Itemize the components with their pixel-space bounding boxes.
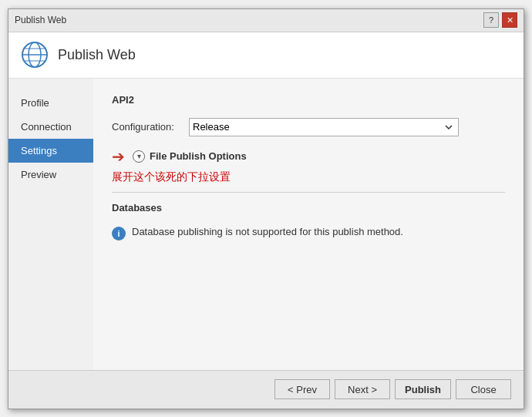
close-button[interactable]: ✕ — [502, 12, 517, 28]
close-dialog-button[interactable]: Close — [456, 379, 511, 399]
sidebar: Profile Connection Settings Preview — [8, 79, 93, 370]
arrow-icon: ➔ — [112, 147, 125, 166]
file-publish-row: ➔ ▾ File Publish Options — [112, 147, 505, 166]
header-title: Publish Web — [58, 47, 136, 63]
config-select[interactable]: Release Debug — [189, 118, 459, 136]
info-icon: i — [112, 227, 126, 240]
databases-title: Databases — [112, 202, 505, 214]
publish-web-dialog: Publish Web ? ✕ Publish Web Profile Conn… — [8, 8, 524, 409]
info-text: Database publishing is not supported for… — [132, 226, 403, 237]
info-row: i Database publishing is not supported f… — [112, 223, 505, 244]
divider — [112, 192, 505, 193]
sidebar-item-connection[interactable]: Connection — [8, 115, 93, 139]
section-title: API2 — [112, 94, 505, 106]
help-button[interactable]: ? — [483, 12, 499, 28]
header-area: Publish Web — [8, 32, 524, 79]
sidebar-item-preview[interactable]: Preview — [8, 163, 93, 187]
publish-button[interactable]: Publish — [395, 379, 451, 399]
dialog-title: Publish Web — [15, 15, 66, 25]
annotation-text: 展开这个该死的下拉设置 — [112, 170, 505, 184]
next-button[interactable]: Next > — [335, 379, 390, 399]
globe-icon — [21, 41, 49, 69]
content-area: Profile Connection Settings Preview API2… — [8, 79, 524, 370]
prev-button[interactable]: < Prev — [274, 379, 330, 399]
file-publish-label[interactable]: File Publish Options — [150, 150, 247, 162]
footer: < Prev Next > Publish Close — [8, 370, 524, 409]
title-bar-buttons: ? ✕ — [483, 12, 517, 28]
config-label: Configuration: — [112, 121, 181, 133]
expand-icon[interactable]: ▾ — [133, 150, 145, 163]
config-row: Configuration: Release Debug — [112, 118, 505, 136]
sidebar-item-settings[interactable]: Settings — [8, 139, 93, 163]
main-panel: API2 Configuration: Release Debug ➔ ▾ Fi… — [93, 79, 524, 370]
title-bar: Publish Web ? ✕ — [8, 9, 524, 32]
sidebar-item-profile[interactable]: Profile — [8, 91, 93, 115]
